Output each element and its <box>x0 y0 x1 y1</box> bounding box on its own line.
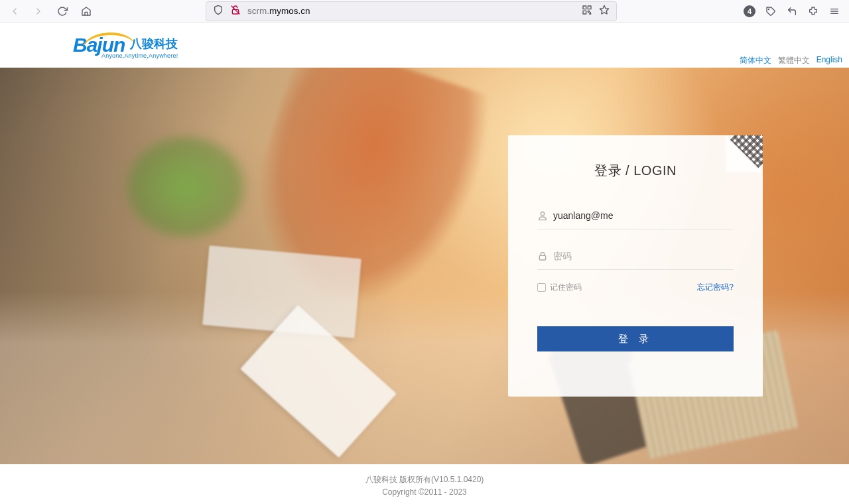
back-button[interactable] <box>5 2 24 21</box>
extensions-icon[interactable] <box>804 2 822 21</box>
url-text: scrm.mymos.cn <box>247 6 310 16</box>
lock-icon <box>537 251 553 261</box>
password-input[interactable] <box>553 248 734 264</box>
qr-login-toggle[interactable] <box>726 135 763 172</box>
url-bar[interactable]: scrm.mymos.cn <box>206 1 617 21</box>
qr-icon <box>730 135 763 168</box>
logo-text-cn: 八骏科技 <box>130 36 178 52</box>
undo-icon[interactable] <box>783 2 801 21</box>
qr-icon[interactable] <box>582 5 592 17</box>
lang-simplified[interactable]: 简体中文 <box>740 55 771 66</box>
login-card: 登录 / LOGIN 记住密码 忘记密码? 登 录 <box>508 135 763 397</box>
remember-label: 记住密码 <box>550 282 582 293</box>
site-header: Bajun 八骏科技 Anyone,Anytime,Anywhere! 简体中文… <box>0 23 849 68</box>
login-title: 登录 / LOGIN <box>537 162 734 180</box>
container-badge[interactable]: 4 <box>740 2 759 21</box>
svg-marker-5 <box>600 5 608 14</box>
login-button[interactable]: 登 录 <box>537 326 734 351</box>
logo-tagline: Anyone,Anytime,Anywhere! <box>101 52 178 59</box>
lang-english[interactable]: English <box>816 55 842 66</box>
footer-copyright-en: Copyright ©2011 - 2023 <box>0 486 849 499</box>
extension-icon[interactable] <box>761 2 780 21</box>
svg-point-6 <box>768 9 769 9</box>
shield-icon[interactable] <box>213 5 224 17</box>
forward-button[interactable] <box>29 2 48 21</box>
hero-section: 登录 / LOGIN 记住密码 忘记密码? 登 录 <box>0 68 849 464</box>
language-switcher: 简体中文 繁體中文 English <box>740 55 842 66</box>
svg-point-10 <box>541 212 544 216</box>
username-input[interactable] <box>553 208 734 223</box>
password-row <box>537 243 734 270</box>
forgot-password-link[interactable]: 忘记密码? <box>697 282 734 293</box>
home-button[interactable] <box>77 2 96 21</box>
svg-rect-3 <box>588 6 591 9</box>
bookmark-star-icon[interactable] <box>599 5 610 17</box>
username-row <box>537 202 734 229</box>
reload-button[interactable] <box>53 2 72 21</box>
browser-toolbar: scrm.mymos.cn 4 <box>0 0 849 23</box>
app-menu-icon[interactable] <box>825 2 844 21</box>
svg-rect-4 <box>583 11 586 14</box>
checkbox-icon <box>537 283 546 292</box>
page-footer: 八骏科技 版权所有(V10.5.1.0420) Copyright ©2011 … <box>0 464 849 504</box>
lock-insecure-icon[interactable] <box>230 5 241 17</box>
user-icon <box>537 210 553 221</box>
svg-rect-2 <box>583 6 586 9</box>
lang-traditional[interactable]: 繁體中文 <box>778 55 810 66</box>
site-logo[interactable]: Bajun 八骏科技 Anyone,Anytime,Anywhere! <box>73 34 178 56</box>
remember-checkbox[interactable]: 记住密码 <box>537 282 582 293</box>
footer-copyright-cn: 八骏科技 版权所有(V10.5.1.0420) <box>0 473 849 486</box>
svg-rect-11 <box>539 255 545 260</box>
